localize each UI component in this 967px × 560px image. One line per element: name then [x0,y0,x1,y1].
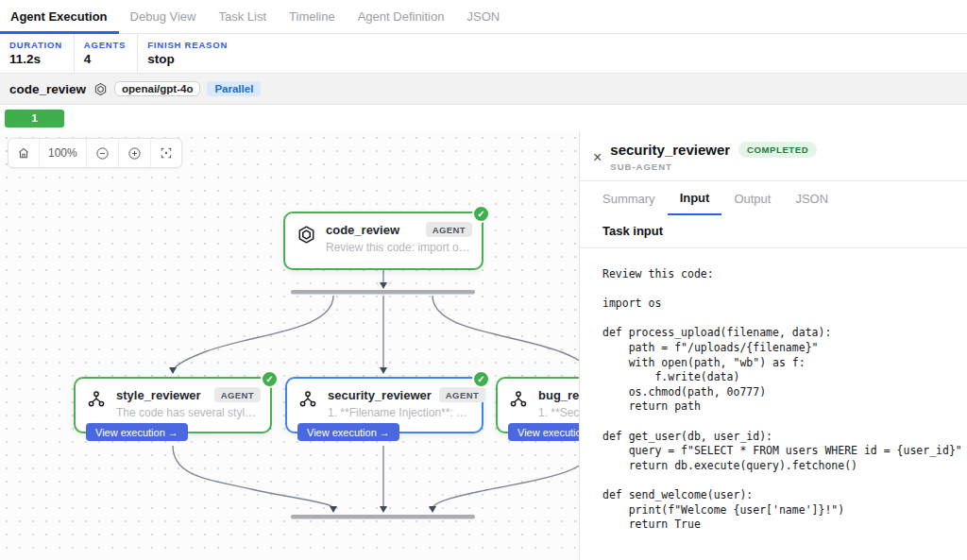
panel-tab-json[interactable]: JSON [783,181,840,215]
close-icon[interactable]: × [593,142,602,172]
openai-logo-icon [295,222,317,261]
sitemap-icon [507,387,530,424]
node-title: security_reviewer [328,388,432,402]
status-badge: COMPLETED [738,142,817,158]
parallel-mode-badge: Parallel [207,81,261,96]
stat-agents-value: 4 [84,52,126,66]
home-button[interactable] [8,139,40,167]
panel-tab-input[interactable]: Input [668,181,722,215]
zoom-in-icon [127,146,142,161]
node-subtitle: 1. **Filename Injection**: The… [328,406,472,419]
zoom-in-button[interactable] [119,139,151,167]
node-bug-reviewer[interactable]: bug_reviewer AGENT 1. **Security Issues*… [496,377,579,433]
node-security-reviewer[interactable]: security_reviewer AGENT 1. **Filename In… [285,377,484,433]
flow-edges [0,131,579,560]
view-execution-button[interactable]: View execution → [297,423,399,441]
zoom-out-button[interactable] [87,139,119,167]
completed-check-icon: ✓ [472,370,490,388]
stats-bar: DURATION 11.2s AGENTS 4 FINISH REASON st… [0,34,967,74]
run-header: code_review openai/gpt-4o Parallel [0,74,967,105]
canvas-toolbar: 100% [8,138,182,168]
run-title: code_review [9,82,86,96]
fit-view-icon [160,146,173,160]
zoom-out-icon [95,146,110,161]
stat-agents-label: AGENTS [84,40,126,50]
view-execution-button[interactable]: View execution [508,423,579,441]
stat-duration-value: 11.2s [9,52,62,66]
node-code-review[interactable]: code_review AGENT Review this code: impo… [283,212,484,270]
stat-duration: DURATION 11.2s [0,34,75,73]
agent-type-badge: AGENT [426,222,472,237]
stat-finish-reason: FINISH REASON stop [138,34,239,73]
fit-view-button[interactable] [151,139,181,167]
tab-json[interactable]: JSON [455,0,511,33]
panel-tab-output[interactable]: Output [721,181,783,215]
openai-logo-icon [93,81,108,96]
node-subtitle: The code has several style is… [116,406,261,419]
tab-task-list[interactable]: Task List [207,0,278,33]
main-area: 100% [0,131,967,560]
stat-finish-reason-value: stop [147,52,228,66]
panel-kind-label: SUB-AGENT [610,161,817,172]
top-tab-bar: Agent Execution Debug View Task List Tim… [0,0,967,34]
run-strip: 1 [0,105,967,131]
node-style-reviewer[interactable]: style_reviewer AGENT The code has severa… [74,377,272,433]
stat-duration-label: DURATION [9,40,62,50]
panel-title: security_reviewer [610,142,730,158]
panel-tab-bar: Summary Input Output JSON [580,181,967,215]
completed-check-icon: ✓ [261,370,279,388]
node-subtitle: Review this code: import os d… [326,241,472,254]
home-icon [17,146,30,160]
agent-type-badge: AGENT [214,387,261,402]
zoom-level-value: 100% [48,146,77,160]
flow-canvas[interactable]: 100% [0,131,579,560]
zoom-level-button[interactable]: 100% [40,139,87,167]
sitemap-icon [85,387,108,424]
stat-finish-reason-label: FINISH REASON [147,40,228,50]
sitemap-icon [297,387,319,424]
tab-agent-definition[interactable]: Agent Definition [347,0,456,33]
agent-type-badge: AGENT [439,387,485,402]
detail-panel-header: × security_reviewer COMPLETED SUB-AGENT [580,131,967,181]
model-badge: openai/gpt-4o [114,81,200,96]
detail-panel: × security_reviewer COMPLETED SUB-AGENT … [579,131,967,560]
task-input-code: Review this code: import os def process_… [580,248,967,552]
node-title: code_review [326,223,399,237]
task-input-heading: Task input [580,215,967,248]
node-title: bug_reviewer [538,388,579,402]
view-execution-button[interactable]: View execution → [86,423,188,441]
tab-debug-view[interactable]: Debug View [119,0,208,33]
node-subtitle: 1. **Security Issues**: The… [538,406,579,419]
stat-agents: AGENTS 4 [75,34,138,73]
run-count-button[interactable]: 1 [5,110,64,127]
completed-check-icon: ✓ [472,205,490,223]
panel-tab-summary[interactable]: Summary [590,181,668,215]
node-title: style_reviewer [116,388,201,402]
tab-agent-execution[interactable]: Agent Execution [0,0,119,33]
tab-timeline[interactable]: Timeline [278,0,347,33]
